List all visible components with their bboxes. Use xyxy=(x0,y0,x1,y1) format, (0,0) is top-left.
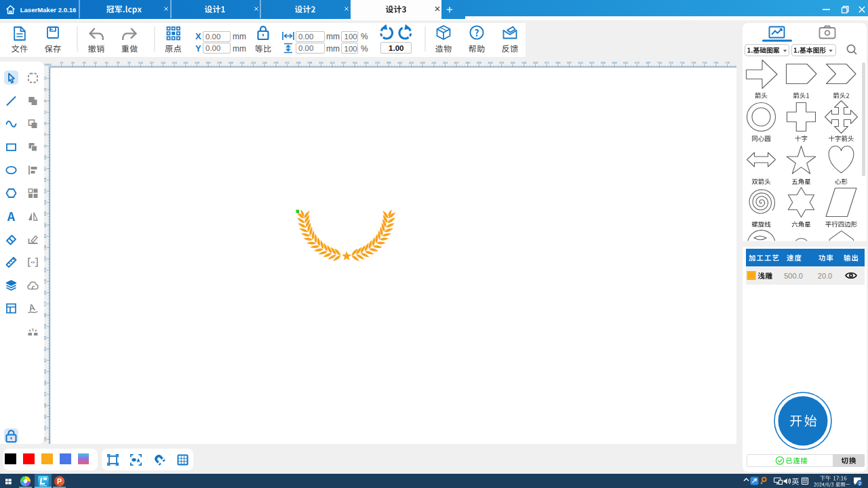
svg-text:26: 26 xyxy=(71,61,75,64)
svg-text:0.00: 0.00 xyxy=(205,44,220,52)
svg-text:285: 285 xyxy=(43,312,47,318)
svg-text:648: 648 xyxy=(612,61,618,64)
svg-text:272: 272 xyxy=(43,301,47,306)
svg-text:259: 259 xyxy=(273,61,279,64)
svg-text:415: 415 xyxy=(409,61,414,64)
svg-text:402: 402 xyxy=(43,414,47,420)
svg-text:259: 259 xyxy=(43,290,47,296)
svg-text:500.0: 500.0 xyxy=(784,272,803,280)
svg-text:324: 324 xyxy=(43,346,47,352)
svg-text:117: 117 xyxy=(149,61,154,64)
svg-text:389: 389 xyxy=(43,403,47,408)
svg-text:104: 104 xyxy=(138,61,144,64)
svg-text:169: 169 xyxy=(43,211,47,216)
svg-text:Y: Y xyxy=(195,43,201,54)
svg-text:91: 91 xyxy=(127,61,131,64)
svg-text:X: X xyxy=(195,31,201,41)
svg-text:39: 39 xyxy=(43,99,47,102)
svg-text:1.00: 1.00 xyxy=(389,44,403,52)
svg-text:350: 350 xyxy=(353,61,358,64)
svg-text:765: 765 xyxy=(713,61,719,64)
svg-text:220: 220 xyxy=(239,61,245,64)
svg-text:441: 441 xyxy=(431,61,437,64)
svg-text:363: 363 xyxy=(363,61,369,64)
svg-text:584: 584 xyxy=(555,61,561,64)
svg-text:0.00: 0.00 xyxy=(298,44,313,52)
svg-text:597: 597 xyxy=(567,61,572,64)
svg-text:545: 545 xyxy=(521,61,527,64)
svg-text:726: 726 xyxy=(679,61,685,64)
svg-text:298: 298 xyxy=(307,61,313,64)
svg-text:169: 169 xyxy=(195,61,200,64)
svg-text:LaserMaker 2.0.16: LaserMaker 2.0.16 xyxy=(20,6,77,14)
svg-text:246: 246 xyxy=(262,61,268,64)
svg-text:26: 26 xyxy=(43,87,47,91)
svg-text:467: 467 xyxy=(454,61,460,64)
svg-text:311: 311 xyxy=(43,335,47,340)
svg-text:610: 610 xyxy=(578,61,584,64)
svg-text:298: 298 xyxy=(43,324,47,329)
svg-text:428: 428 xyxy=(43,436,47,442)
svg-text:208: 208 xyxy=(229,61,234,64)
svg-text:674: 674 xyxy=(635,61,640,64)
svg-text:571: 571 xyxy=(545,61,550,64)
svg-text:778: 778 xyxy=(725,61,730,64)
svg-text:0.00: 0.00 xyxy=(205,33,220,41)
svg-text:350: 350 xyxy=(43,369,47,374)
svg-text:52: 52 xyxy=(43,110,47,114)
svg-text:480: 480 xyxy=(465,61,471,64)
svg-text:mm: mm xyxy=(233,44,246,54)
svg-text:389: 389 xyxy=(387,61,392,64)
svg-text:337: 337 xyxy=(341,61,347,64)
svg-text:143: 143 xyxy=(43,188,47,194)
svg-text:mm: mm xyxy=(326,32,340,41)
svg-text:0.00: 0.00 xyxy=(298,33,313,41)
svg-text:100: 100 xyxy=(344,45,357,53)
svg-text:376: 376 xyxy=(43,391,47,396)
svg-text:558: 558 xyxy=(533,61,538,64)
svg-text:2: 2 xyxy=(859,481,861,486)
svg-text:506: 506 xyxy=(488,61,494,64)
svg-text:532: 532 xyxy=(511,61,516,64)
svg-text:%: % xyxy=(361,44,368,54)
svg-text:78: 78 xyxy=(43,133,47,136)
svg-text:220: 220 xyxy=(43,256,47,262)
svg-text:%: % xyxy=(361,32,368,41)
svg-text:363: 363 xyxy=(43,380,47,386)
svg-text:700: 700 xyxy=(657,61,663,64)
svg-text:65: 65 xyxy=(105,61,108,64)
svg-text:623: 623 xyxy=(589,61,595,64)
svg-text:454: 454 xyxy=(443,61,448,64)
svg-text:195: 195 xyxy=(217,61,222,64)
svg-text:311: 311 xyxy=(319,61,323,64)
svg-text:182: 182 xyxy=(206,61,212,64)
svg-text:272: 272 xyxy=(285,61,290,64)
svg-text:636: 636 xyxy=(601,61,606,64)
svg-text:104: 104 xyxy=(43,155,47,160)
svg-text:402: 402 xyxy=(397,61,403,64)
svg-text:91: 91 xyxy=(43,144,47,148)
svg-text:246: 246 xyxy=(43,279,47,284)
svg-text:713: 713 xyxy=(669,61,674,64)
svg-text:739: 739 xyxy=(691,61,696,64)
svg-text:13: 13 xyxy=(43,77,47,80)
svg-text:233: 233 xyxy=(43,267,47,272)
svg-text:130: 130 xyxy=(161,61,166,64)
svg-text:20.0: 20.0 xyxy=(818,272,832,280)
svg-text:285: 285 xyxy=(296,61,302,64)
svg-text:mm: mm xyxy=(233,32,246,41)
svg-text:39: 39 xyxy=(83,61,86,64)
svg-text:687: 687 xyxy=(646,61,651,64)
svg-text:752: 752 xyxy=(703,61,708,64)
svg-text:65: 65 xyxy=(43,121,47,125)
svg-text:208: 208 xyxy=(43,245,47,250)
svg-text:100: 100 xyxy=(344,33,357,41)
svg-text:117: 117 xyxy=(43,166,47,171)
svg-text:661: 661 xyxy=(623,61,629,64)
svg-text:78: 78 xyxy=(116,61,119,64)
svg-text:493: 493 xyxy=(477,61,482,64)
svg-text:519: 519 xyxy=(499,61,505,64)
svg-text:52: 52 xyxy=(94,61,97,64)
svg-text:mm: mm xyxy=(326,44,340,54)
svg-text:233: 233 xyxy=(251,61,256,64)
